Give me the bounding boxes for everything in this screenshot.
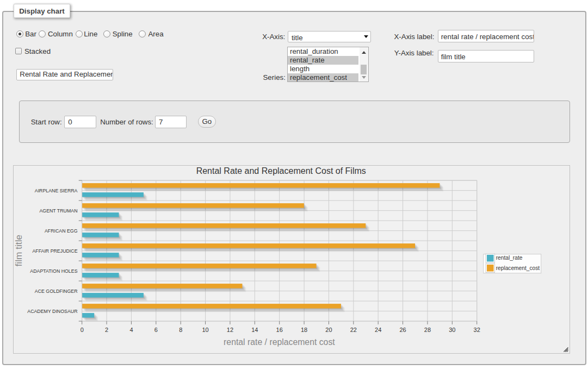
svg-text:6: 6	[154, 327, 158, 334]
svg-text:AFRICAN EGG: AFRICAN EGG	[45, 228, 78, 234]
svg-text:18: 18	[301, 327, 307, 334]
svg-text:28: 28	[424, 327, 431, 334]
svg-text:14: 14	[251, 327, 258, 334]
svg-text:22: 22	[350, 327, 357, 334]
svg-text:16: 16	[276, 327, 283, 334]
svg-text:rental_rate: rental_rate	[496, 255, 523, 261]
svg-text:ACE GOLDFINGER: ACE GOLDFINGER	[35, 289, 78, 294]
svg-text:2: 2	[105, 327, 108, 334]
svg-text:30: 30	[449, 327, 456, 334]
svg-text:replacement_cost: replacement_cost	[496, 265, 540, 271]
svg-text:AFFAIR PREJUDICE: AFFAIR PREJUDICE	[33, 248, 78, 254]
svg-text:12: 12	[227, 327, 233, 334]
svg-text:ADAPTATION HOLES: ADAPTATION HOLES	[30, 268, 78, 274]
svg-text:ACADEMY DINOSAUR: ACADEMY DINOSAUR	[28, 309, 78, 314]
svg-text:32: 32	[474, 327, 480, 334]
svg-text:10: 10	[202, 327, 209, 334]
svg-text:26: 26	[400, 327, 406, 334]
svg-text:20: 20	[326, 327, 332, 334]
svg-text:0: 0	[81, 327, 84, 334]
svg-text:AIRPLANE SIERRA: AIRPLANE SIERRA	[35, 188, 78, 193]
svg-text:AGENT TRUMAN: AGENT TRUMAN	[40, 208, 78, 214]
svg-text:Rental Rate and Replacement Co: Rental Rate and Replacement Cost of Film…	[196, 166, 366, 175]
svg-text:8: 8	[179, 327, 182, 334]
svg-text:24: 24	[375, 327, 381, 334]
svg-text:film title: film title	[14, 235, 24, 267]
svg-text:4: 4	[130, 327, 133, 334]
svg-text:rental rate / replacement cost: rental rate / replacement cost	[224, 338, 335, 347]
